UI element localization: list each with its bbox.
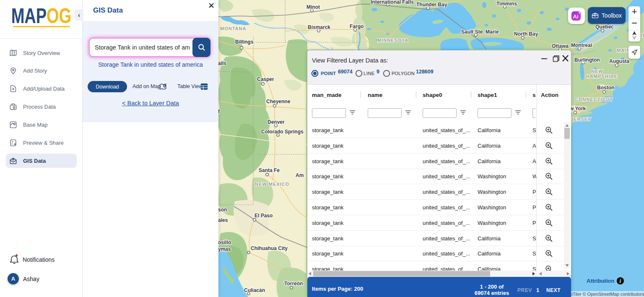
- svg-text:Boston: Boston: [597, 85, 614, 91]
- svg-text:CONNECTICUT: CONNECTICUT: [575, 97, 613, 102]
- svg-text:Sault Ste. Marie: Sault Ste. Marie: [461, 29, 499, 35]
- svg-text:Denver: Denver: [267, 119, 285, 125]
- svg-text:osillo: osillo: [218, 240, 231, 245]
- svg-text:Ottawa: Ottawa: [552, 43, 569, 49]
- svg-text:International Falls: International Falls: [371, 0, 414, 5]
- svg-text:Chihuahua City: Chihuahua City: [251, 245, 288, 251]
- svg-text:Minot: Minot: [306, 4, 320, 10]
- svg-text:Augusta: Augusta: [609, 58, 629, 64]
- svg-text:Timmins: Timmins: [496, 1, 517, 7]
- svg-text:JERSEY: JERSEY: [571, 117, 591, 122]
- svg-text:El Paso: El Paso: [254, 213, 273, 219]
- svg-text:Colorado Springs: Colorado Springs: [261, 129, 304, 135]
- svg-text:Montreal: Montreal: [571, 42, 592, 48]
- svg-text:MINNESOTA: MINNESOTA: [377, 38, 408, 43]
- svg-text:Thunder Bay: Thunder Bay: [416, 2, 447, 8]
- svg-text:Cheyenne: Cheyenne: [266, 99, 291, 104]
- svg-text:Ai: Ai: [573, 13, 579, 20]
- svg-text:Fargo: Fargo: [350, 23, 364, 29]
- svg-text:North Bay: North Bay: [514, 31, 538, 37]
- svg-text:Bismarck: Bismarck: [308, 24, 330, 30]
- svg-text:HAMPSHIRE: HAMPSHIRE: [586, 74, 618, 79]
- svg-text:NEW: NEW: [591, 69, 603, 74]
- svg-text:son: son: [218, 207, 227, 213]
- svg-text:alls: alls: [218, 60, 226, 66]
- svg-text:ales: ales: [218, 217, 228, 223]
- svg-text:Santa Fe: Santa Fe: [259, 167, 280, 173]
- svg-text:Billings: Billings: [235, 39, 254, 45]
- svg-text:Burlington: Burlington: [574, 57, 600, 63]
- svg-text:Quebec: Quebec: [595, 24, 614, 30]
- svg-text:Am: Am: [296, 172, 304, 178]
- svg-text:NEW MEXICO: NEW MEXICO: [255, 182, 289, 187]
- svg-text:Culiacán: Culiacán: [244, 287, 265, 293]
- svg-text:Torreón: Torreón: [284, 281, 303, 287]
- svg-text:ymas: ymas: [218, 246, 231, 252]
- svg-text:Casper: Casper: [257, 76, 274, 82]
- svg-text:w York: w York: [569, 106, 586, 112]
- svg-text:MONTANA: MONTANA: [220, 26, 246, 31]
